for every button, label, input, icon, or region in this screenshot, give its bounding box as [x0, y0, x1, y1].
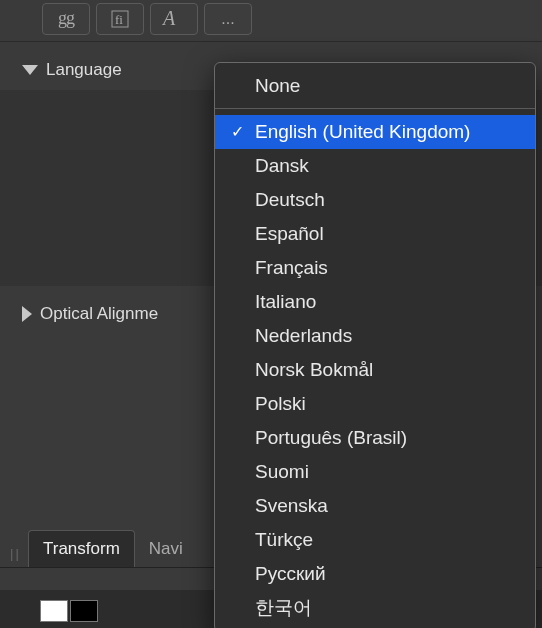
- checkmark-icon: ✓: [229, 118, 245, 146]
- language-option[interactable]: Italiano: [215, 285, 535, 319]
- language-option[interactable]: Türkçe: [215, 523, 535, 557]
- svg-text:fi: fi: [115, 12, 123, 27]
- language-option[interactable]: Français: [215, 251, 535, 285]
- language-option-label: English (United Kingdom): [255, 118, 470, 146]
- swatch-white: [40, 600, 68, 622]
- language-option-label: Português (Brasil): [255, 424, 407, 452]
- language-option-label: Русский: [255, 560, 326, 588]
- more-typography-button[interactable]: ...: [204, 3, 252, 35]
- language-option[interactable]: 한국어: [215, 591, 535, 625]
- language-option-label: Suomi: [255, 458, 309, 486]
- language-option[interactable]: Português (Brasil): [215, 421, 535, 455]
- language-option[interactable]: Español: [215, 217, 535, 251]
- ligatures-gg-button[interactable]: gg: [42, 3, 90, 35]
- language-option[interactable]: Русский: [215, 557, 535, 591]
- language-option-label: None: [255, 72, 300, 100]
- anchor-swatch[interactable]: [10, 600, 98, 622]
- popup-separator: [215, 108, 535, 109]
- language-option-label: Español: [255, 220, 324, 248]
- optical-alignment-title: Optical Alignme: [40, 304, 158, 324]
- language-option-label: Svenska: [255, 492, 328, 520]
- language-option-label: Norsk Bokmål: [255, 356, 373, 384]
- stylistic-alt-button[interactable]: A: [150, 3, 198, 35]
- language-option-label: 한국어: [255, 594, 312, 622]
- language-option-label: Dansk: [255, 152, 309, 180]
- language-dropdown-popup: None ✓English (United Kingdom)DanskDeuts…: [214, 62, 536, 628]
- language-option[interactable]: Suomi: [215, 455, 535, 489]
- disclosure-triangle-closed-icon: [22, 306, 32, 322]
- script-a-icon: A: [161, 8, 187, 30]
- language-option-label: Deutsch: [255, 186, 325, 214]
- language-option-none[interactable]: None: [215, 69, 535, 103]
- language-option[interactable]: Svenska: [215, 489, 535, 523]
- language-section-title: Language: [46, 60, 122, 80]
- language-option[interactable]: Norsk Bokmål: [215, 353, 535, 387]
- language-option-label: Français: [255, 254, 328, 282]
- fi-ligature-icon: fi: [109, 8, 131, 30]
- tab-transform[interactable]: Transform: [28, 530, 135, 567]
- language-option-label: Italiano: [255, 288, 316, 316]
- language-option-label: Polski: [255, 390, 306, 418]
- language-option[interactable]: Nederlands: [215, 319, 535, 353]
- language-option-label: Türkçe: [255, 526, 313, 554]
- language-option[interactable]: Polski: [215, 387, 535, 421]
- language-option-label: Nederlands: [255, 322, 352, 350]
- svg-text:A: A: [161, 8, 176, 29]
- swatch-black: [70, 600, 98, 622]
- tab-navigator[interactable]: Navi: [135, 531, 197, 567]
- disclosure-triangle-open-icon: [22, 65, 38, 75]
- panel-grip-icon[interactable]: ||: [10, 546, 28, 567]
- ligatures-fi-button[interactable]: fi: [96, 3, 144, 35]
- typography-toolbar: gg fi A ...: [0, 0, 542, 42]
- language-option[interactable]: Dansk: [215, 149, 535, 183]
- language-option[interactable]: Deutsch: [215, 183, 535, 217]
- language-option[interactable]: ✓English (United Kingdom): [215, 115, 535, 149]
